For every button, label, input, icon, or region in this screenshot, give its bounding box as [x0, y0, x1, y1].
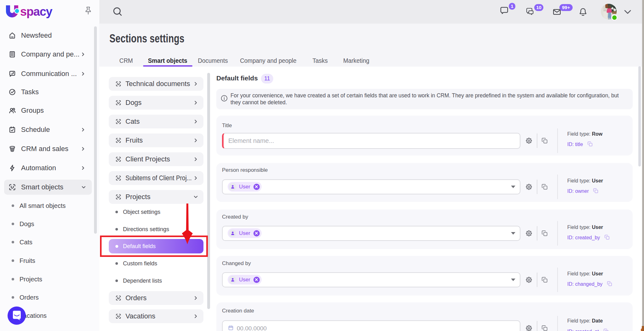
svg-text:spacy: spacy [20, 5, 53, 18]
